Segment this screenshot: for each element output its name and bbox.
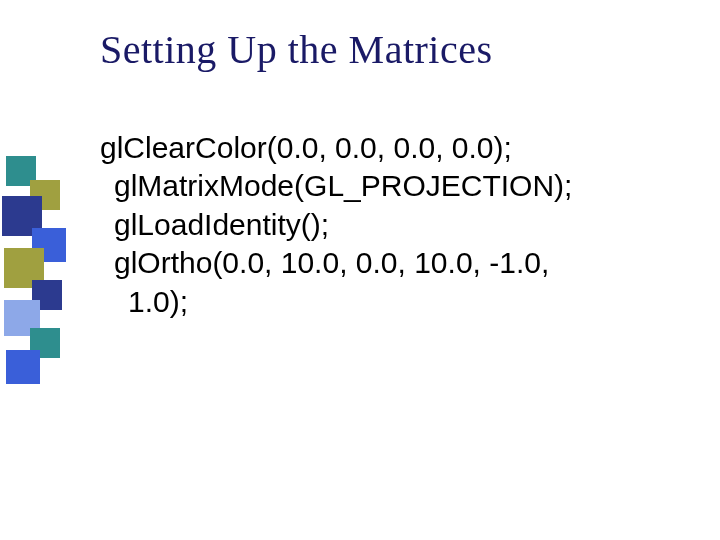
code-line: 1.0); bbox=[100, 283, 700, 321]
code-line: glLoadIdentity(); bbox=[100, 206, 700, 244]
slide-content: Setting Up the Matrices glClearColor(0.0… bbox=[100, 26, 700, 321]
code-line: glOrtho(0.0, 10.0, 0.0, 10.0, -1.0, bbox=[100, 244, 700, 282]
code-block: glClearColor(0.0, 0.0, 0.0, 0.0); glMatr… bbox=[100, 129, 700, 321]
decorative-sidebar bbox=[0, 0, 78, 540]
code-line: glClearColor(0.0, 0.0, 0.0, 0.0); bbox=[100, 129, 700, 167]
slide-title: Setting Up the Matrices bbox=[100, 26, 700, 73]
decor-square bbox=[6, 350, 40, 384]
code-line: glMatrixMode(GL_PROJECTION); bbox=[100, 167, 700, 205]
